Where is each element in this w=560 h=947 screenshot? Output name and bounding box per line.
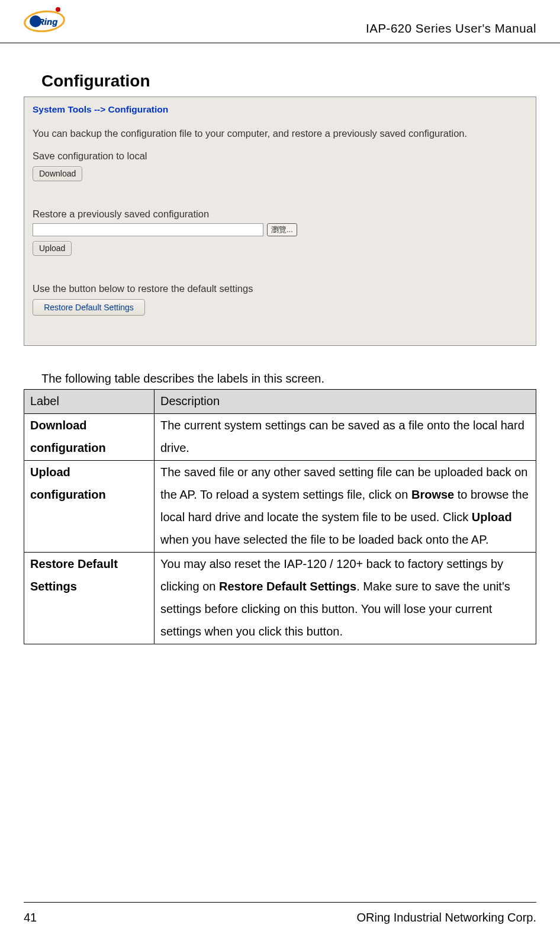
row-description: The current system settings can be saved… [155, 414, 536, 461]
restore-config-label: Restore a previously saved configuration [33, 208, 527, 220]
restore-default-button[interactable]: Restore Default Settings [33, 299, 145, 316]
table-intro-text: The following table describes the labels… [41, 372, 536, 386]
row-label: Upload configuration [24, 461, 155, 553]
table-row: Restore Default Settings You may also re… [24, 553, 536, 644]
row-label: Restore Default Settings [24, 553, 155, 644]
table-row: Download configuration The current syste… [24, 414, 536, 461]
screenshot-intro-text: You can backup the configuration file to… [33, 127, 527, 140]
page-number: 41 [24, 911, 37, 924]
restore-default-label: Use the button below to restore the defa… [33, 283, 527, 294]
description-table: Label Description Download configuration… [24, 389, 536, 644]
row-description: The saved file or any other saved settin… [155, 461, 536, 553]
save-config-label: Save configuration to local [33, 150, 527, 162]
file-path-input[interactable] [33, 223, 263, 236]
page-footer: 41 ORing Industrial Networking Corp. [24, 902, 536, 924]
logo-text: Ring [38, 17, 57, 27]
upload-button[interactable]: Upload [33, 241, 72, 256]
document-title: IAP-620 Series User's Manual [366, 8, 536, 36]
breadcrumb: System Tools --> Configuration [24, 97, 536, 121]
section-heading: Configuration [41, 72, 560, 91]
logo: Ring [24, 6, 66, 38]
browse-button[interactable]: 瀏覽... [267, 223, 297, 236]
table-header-description: Description [155, 390, 536, 414]
download-button[interactable]: Download [33, 166, 82, 181]
table-row: Upload configuration The saved file or a… [24, 461, 536, 553]
company-name: ORing Industrial Networking Corp. [357, 911, 536, 924]
row-label: Download configuration [24, 414, 155, 461]
row-description: You may also reset the IAP-120 / 120+ ba… [155, 553, 536, 644]
page-header: Ring IAP-620 Series User's Manual [0, 0, 560, 43]
configuration-screenshot: System Tools --> Configuration You can b… [24, 97, 536, 346]
table-header-label: Label [24, 390, 155, 414]
